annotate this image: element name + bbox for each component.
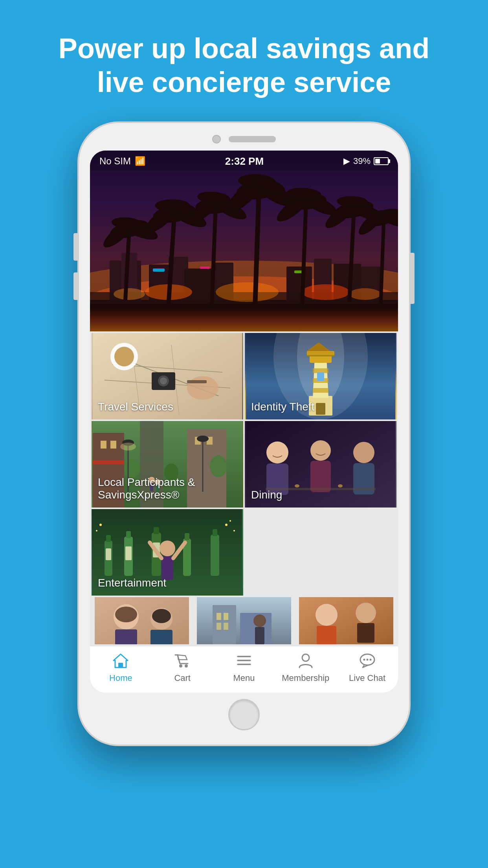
category-local[interactable]: Local Participants & SavingsXpress® <box>92 421 243 508</box>
svg-point-171 <box>363 658 365 660</box>
svg-rect-141 <box>95 597 189 644</box>
nav-home[interactable]: Home <box>90 653 152 683</box>
svg-point-111 <box>310 440 331 461</box>
nav-cart[interactable]: Cart <box>152 653 213 683</box>
home-label: Home <box>109 673 132 683</box>
svg-rect-133 <box>161 556 173 580</box>
nav-menu[interactable]: Menu <box>213 653 275 683</box>
partial-tile-1[interactable] <box>92 597 192 644</box>
dining-label: Dining <box>251 489 282 501</box>
svg-rect-91 <box>110 441 116 449</box>
partial-image-2 <box>194 597 294 644</box>
svg-rect-84 <box>317 372 324 381</box>
svg-point-172 <box>366 658 368 660</box>
hero-headline: Power up local savings and live concierg… <box>0 0 488 123</box>
svg-rect-122 <box>126 531 131 538</box>
svg-point-160 <box>356 603 376 623</box>
svg-point-132 <box>160 541 175 556</box>
time-display: 2:32 PM <box>225 155 264 167</box>
nav-livechat[interactable]: Live Chat <box>336 653 398 683</box>
battery-percent: 39% <box>353 156 371 166</box>
carrier-label: No SIM <box>99 156 131 167</box>
svg-point-16 <box>216 282 279 302</box>
phone-screen: No SIM 📶 2:32 PM ▶ 39% <box>90 151 398 693</box>
partial-tile-2[interactable] <box>194 597 294 644</box>
svg-point-96 <box>124 458 140 478</box>
partial-categories-row <box>90 597 398 646</box>
livechat-icon <box>359 653 376 671</box>
svg-rect-20 <box>153 268 165 272</box>
svg-point-158 <box>316 604 338 626</box>
svg-point-173 <box>369 658 371 660</box>
svg-rect-161 <box>357 623 374 643</box>
svg-rect-90 <box>101 441 106 449</box>
svg-rect-153 <box>216 623 221 630</box>
identity-label: Identity Theft <box>251 401 314 413</box>
svg-point-116 <box>295 484 299 487</box>
svg-rect-85 <box>316 403 325 415</box>
svg-rect-127 <box>211 535 219 576</box>
svg-rect-154 <box>224 623 228 630</box>
front-camera <box>212 135 221 143</box>
nav-membership[interactable]: Membership <box>275 653 336 683</box>
cart-icon <box>174 653 191 671</box>
svg-point-165 <box>185 664 188 668</box>
category-dining[interactable]: Dining <box>245 421 396 508</box>
svg-point-155 <box>253 614 266 627</box>
travel-label: Travel Services <box>98 401 173 413</box>
svg-point-169 <box>302 654 309 661</box>
status-left: No SIM 📶 <box>99 156 145 167</box>
home-button[interactable] <box>228 699 260 730</box>
status-right: ▶ 39% <box>343 156 389 166</box>
entertainment-label: Entertainment <box>98 577 166 589</box>
partial-tile-3[interactable] <box>296 597 396 644</box>
svg-rect-129 <box>106 548 111 560</box>
svg-point-103 <box>120 443 136 451</box>
category-entertainment[interactable]: Entertainment <box>92 509 243 596</box>
cart-label: Cart <box>174 673 191 683</box>
svg-rect-163 <box>118 663 123 668</box>
membership-label: Membership <box>282 673 329 683</box>
hero-image: No SIM 📶 2:32 PM ▶ 39% <box>90 151 398 331</box>
svg-rect-126 <box>185 533 189 540</box>
partial-image-1 <box>92 597 192 644</box>
livechat-label: Live Chat <box>349 673 385 683</box>
category-travel[interactable]: Travel Services <box>92 333 243 419</box>
svg-rect-156 <box>255 627 264 644</box>
svg-point-102 <box>197 436 209 442</box>
svg-point-139 <box>99 524 102 526</box>
category-identity[interactable]: Identity Theft <box>245 333 396 419</box>
svg-rect-112 <box>310 461 331 492</box>
svg-rect-82 <box>307 351 334 356</box>
home-icon <box>112 653 129 671</box>
battery-icon <box>374 157 389 165</box>
phone-mockup: No SIM 📶 2:32 PM ▶ 39% <box>79 123 409 745</box>
svg-rect-59 <box>90 308 398 331</box>
partial-image-3 <box>296 597 396 644</box>
svg-point-140 <box>96 530 97 531</box>
svg-rect-128 <box>213 529 217 536</box>
svg-rect-151 <box>216 613 221 620</box>
svg-point-138 <box>229 520 231 522</box>
svg-point-71 <box>187 376 218 400</box>
svg-point-113 <box>353 442 374 463</box>
svg-rect-72 <box>187 380 207 383</box>
svg-point-70 <box>160 377 167 384</box>
menu-label: Menu <box>233 673 255 683</box>
membership-icon <box>297 653 314 671</box>
svg-rect-130 <box>125 546 132 560</box>
categories-grid: Travel Services <box>90 331 398 597</box>
svg-point-18 <box>114 288 145 300</box>
svg-rect-80 <box>313 388 328 393</box>
svg-point-146 <box>152 609 171 623</box>
location-icon: ▶ <box>343 156 350 166</box>
svg-point-117 <box>338 484 343 487</box>
svg-rect-144 <box>115 629 137 644</box>
svg-rect-124 <box>154 527 159 534</box>
svg-point-136 <box>225 524 227 526</box>
menu-icon <box>235 653 253 671</box>
home-button-area <box>90 693 398 733</box>
svg-point-143 <box>115 607 137 622</box>
bottom-nav: Home Cart <box>90 646 398 693</box>
svg-rect-152 <box>224 613 228 620</box>
